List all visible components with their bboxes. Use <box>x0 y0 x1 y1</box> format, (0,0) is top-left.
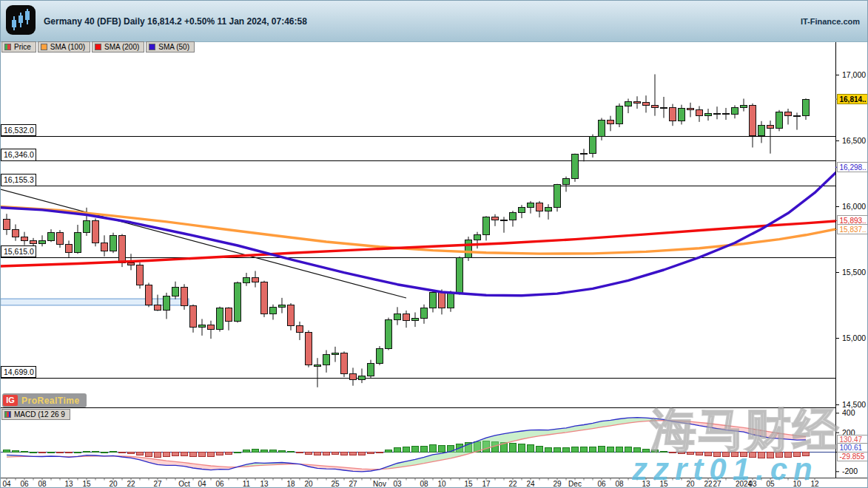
x-axis-label: 27 <box>349 480 357 488</box>
svg-text:-29.855: -29.855 <box>840 453 865 461</box>
legend-tab-price[interactable]: Price <box>1 41 36 52</box>
highlight-zone[interactable] <box>1 299 189 305</box>
x-axis-label: 13 <box>642 480 650 488</box>
x-axis-label: 04 <box>198 480 206 488</box>
sma200-swatch-icon <box>95 44 101 50</box>
x-axis-label: Oct <box>178 480 190 488</box>
x-axis-label: 08 <box>615 480 624 488</box>
x-axis-label: 27 <box>153 480 162 488</box>
x-axis-label: 17 <box>482 480 491 488</box>
chart-header: Germany 40 (DFB) Daily 16,814.2 +0.50% 1… <box>1 1 867 42</box>
x-axis-label: 11 <box>243 480 251 488</box>
x-axis-label: 04 <box>2 480 11 488</box>
legend-tab-sma200[interactable]: SMA (200) <box>92 41 144 52</box>
x-axis-label: 08 <box>420 480 428 488</box>
sma50-swatch-icon <box>149 44 155 50</box>
svg-text:14,699.0: 14,699.0 <box>4 367 34 376</box>
price-swatch-icon <box>4 44 11 50</box>
x-axis-label: 24 <box>526 480 535 488</box>
y-axis-label: 15,000 <box>842 333 866 342</box>
svg-text:16,346.0: 16,346.0 <box>4 150 34 159</box>
macd-pane[interactable] <box>1 418 835 472</box>
macd-axis-label: -200 <box>842 467 858 475</box>
svg-text:15,615.0: 15,615.0 <box>4 247 34 256</box>
legend-tab-sma100[interactable]: SMA (100) <box>38 41 90 52</box>
x-axis-label: 06 <box>20 480 29 488</box>
x-axis-label: 10 <box>793 480 801 488</box>
x-axis-label: 15 <box>464 480 473 488</box>
svg-text:130.47: 130.47 <box>840 436 863 444</box>
svg-text:16,532.0: 16,532.0 <box>4 126 34 135</box>
prorealtime-label: ProRealTime <box>21 396 80 406</box>
main-plot-layer[interactable] <box>1 74 841 387</box>
macd-tab-label: MACD (12 26 9 <box>14 410 65 418</box>
x-axis-label: 18 <box>286 480 295 488</box>
svg-text:16,814..: 16,814.. <box>840 95 867 104</box>
x-axis-label: 10 <box>437 480 446 488</box>
x-axis-label: 25 <box>331 480 340 488</box>
sma100-swatch-icon <box>41 44 47 50</box>
sma-line[interactable] <box>1 167 841 296</box>
x-axis-label: 22 <box>127 480 135 488</box>
chart-canvas[interactable]: 17,00016,50016,00015,50015,00014,50016,8… <box>1 1 868 488</box>
x-axis-label: Nov <box>373 480 386 488</box>
svg-text:15,837..: 15,837.. <box>840 226 867 234</box>
macd-axis-label: 400 <box>842 408 855 417</box>
svg-text:16,298..: 16,298.. <box>840 163 867 172</box>
x-axis-label: 15 <box>659 480 668 488</box>
macd-swatch-icon <box>4 411 11 418</box>
macd-indicator-tab[interactable]: MACD (12 26 9 <box>1 409 70 420</box>
x-axis-label: 03 <box>748 480 757 488</box>
legend-label-sma100: SMA (100) <box>50 43 85 51</box>
x-axis-label: 20 <box>109 480 118 488</box>
x-axis-label: 20 <box>686 480 695 488</box>
x-axis-label: 05 <box>766 480 775 488</box>
svg-text:16,155.3: 16,155.3 <box>4 175 34 184</box>
sma-line[interactable] <box>1 221 841 267</box>
trading-app-window: Germany 40 (DFB) Daily 16,814.2 +0.50% 1… <box>0 0 868 488</box>
legend-bar: Price SMA (100) SMA (200) SMA (50) <box>1 41 195 52</box>
y-axis-label: 16,000 <box>842 202 866 211</box>
x-axis-label: 15 <box>82 480 91 488</box>
y-axis-label: 16,500 <box>842 136 866 145</box>
x-axis-label: 13 <box>64 480 73 488</box>
itfinance-brand: IT-Finance.com <box>801 17 860 26</box>
legend-tab-sma50[interactable]: SMA (50) <box>146 41 195 52</box>
legend-label-price: Price <box>14 43 31 51</box>
x-axis-label: Dec <box>568 480 582 488</box>
x-axis-label: 13 <box>260 480 269 488</box>
y-axis-label: 14,500 <box>842 400 866 409</box>
legend-label-sma50: SMA (50) <box>158 43 189 51</box>
x-axis-label: 27 <box>713 480 721 488</box>
chart-title: Germany 40 (DFB) Daily 16,814.2 +0.50% 1… <box>44 16 307 27</box>
x-axis-label: 22 <box>704 480 713 488</box>
x-axis-label: 08 <box>38 480 47 488</box>
legend-label-sma200: SMA (200) <box>104 43 139 51</box>
app-logo-icon[interactable] <box>6 5 36 35</box>
x-axis-label: 06 <box>597 480 606 488</box>
svg-text:100.61: 100.61 <box>840 444 863 452</box>
x-axis-label: 06 <box>215 480 224 488</box>
prorealtime-badge[interactable]: IG ProRealTime <box>2 393 87 407</box>
x-axis-label: 20 <box>304 480 313 488</box>
ig-logo: IG <box>3 395 18 406</box>
y-axis-label: 17,000 <box>842 70 866 79</box>
x-axis-label: 22 <box>508 480 517 488</box>
x-axis-label: 12 <box>810 480 819 488</box>
svg-text:15,893..: 15,893.. <box>840 217 867 225</box>
y-axis-label: 15,500 <box>842 268 866 277</box>
x-axis-label: 03 <box>393 480 402 488</box>
x-axis-label: 29 <box>553 480 562 488</box>
